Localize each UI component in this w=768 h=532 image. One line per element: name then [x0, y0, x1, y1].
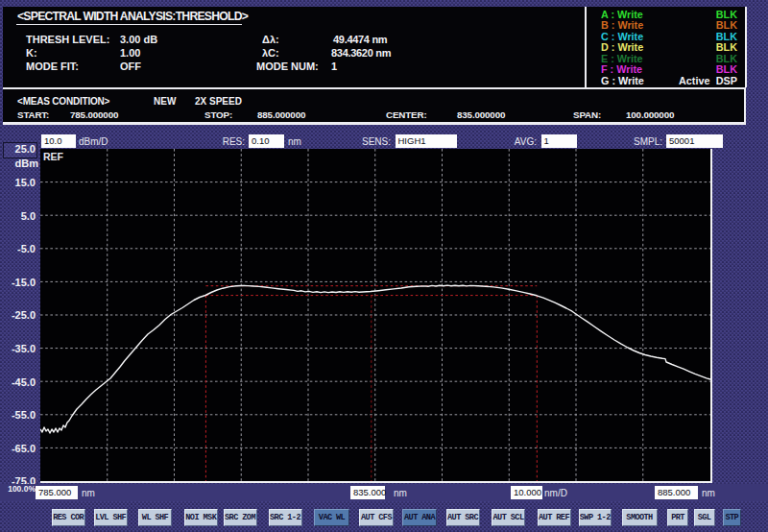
svg-text:REF: REF: [43, 151, 64, 162]
